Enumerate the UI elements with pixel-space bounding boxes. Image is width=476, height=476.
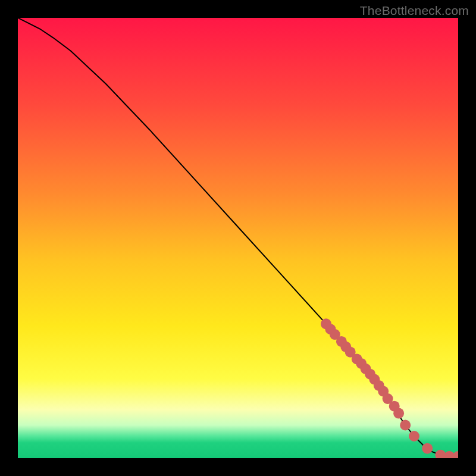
watermark-text: TheBottleneck.com xyxy=(360,4,469,18)
marker-point xyxy=(400,420,411,431)
marker-point xyxy=(409,431,419,441)
marker-point xyxy=(422,443,433,454)
chart-plot xyxy=(18,18,458,458)
chart-container: TheBottleneck.com xyxy=(0,0,476,476)
plot-background xyxy=(18,18,458,458)
marker-point xyxy=(393,408,404,419)
